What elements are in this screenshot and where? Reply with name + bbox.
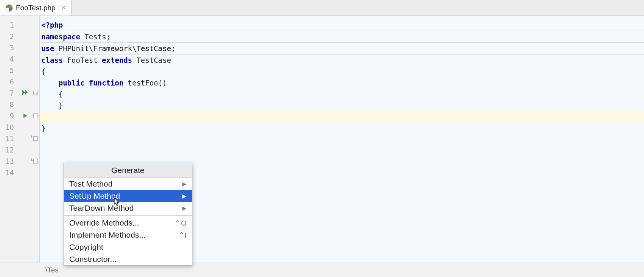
popup-item-copyright[interactable]: Copyright	[64, 241, 192, 253]
code-token: use	[41, 44, 59, 53]
run-gutter	[18, 16, 33, 263]
line-number: 5	[0, 65, 18, 76]
line-number: 11	[0, 133, 18, 144]
popup-item-setup-method[interactable]: SetUp Method ▶	[64, 190, 192, 202]
code-token: public function	[59, 79, 128, 87]
popup-item-shortcut: ⌃O	[175, 219, 187, 227]
popup-item-label: Copyright	[69, 243, 103, 252]
line-number: 4	[0, 53, 18, 65]
fold-end-icon	[33, 159, 38, 163]
popup-item-label: Test Method	[69, 179, 112, 188]
popup-item-label: Implement Methods...	[69, 230, 146, 240]
code-token: {	[41, 90, 63, 98]
fold-gutter	[33, 16, 40, 263]
run-class-icon[interactable]	[22, 89, 29, 97]
popup-item-label: TearDown Method	[69, 204, 134, 213]
code-token: <?php	[41, 21, 63, 29]
line-number: 2	[0, 31, 18, 42]
popup-item-label: Override Methods...	[69, 218, 139, 227]
line-number: 9	[0, 110, 18, 121]
popup-separator	[64, 215, 192, 216]
line-number: 14	[0, 167, 18, 178]
popup-item-label: Constructor...	[69, 255, 117, 264]
submenu-arrow-icon: ▶	[182, 181, 187, 187]
code-token: testFoo()	[128, 79, 167, 87]
code-token: TestCase	[137, 56, 171, 64]
fold-end-icon	[33, 136, 38, 141]
popup-title: Generate	[64, 163, 192, 178]
line-number-gutter: 1 2 3 4 5 6 7 8 9 10 11 12 13 14	[0, 16, 18, 263]
close-icon[interactable]: ✕	[61, 4, 66, 11]
breadcrumb-text: \Tes	[45, 266, 59, 274]
fold-toggle-icon[interactable]	[33, 91, 38, 95]
popup-item-teardown-method[interactable]: TearDown Method ▶	[64, 202, 192, 214]
code-token: }	[41, 124, 45, 132]
line-number: 7	[0, 87, 18, 99]
popup-item-override-methods[interactable]: Override Methods... ⌃O	[64, 217, 192, 229]
line-number: 13	[0, 156, 18, 167]
submenu-arrow-icon: ▶	[182, 193, 187, 199]
code-token: {	[41, 67, 45, 76]
current-line	[40, 111, 644, 123]
line-number: 3	[0, 42, 18, 53]
popup-item-label: SetUp Method	[69, 191, 120, 201]
code-token: class	[41, 56, 67, 64]
fold-toggle-icon[interactable]	[33, 114, 38, 118]
popup-item-test-method[interactable]: Test Method ▶	[64, 178, 192, 190]
tab-filename: FooTest.php	[16, 4, 56, 12]
code-token: FooTest	[67, 56, 102, 64]
editor-tab[interactable]: FooTest.php ✕	[0, 0, 72, 16]
run-test-icon[interactable]	[23, 112, 28, 120]
code-token: namespace	[41, 33, 84, 41]
popup-item-implement-methods[interactable]: Implement Methods... ⌃I	[64, 229, 192, 241]
line-number: 12	[0, 144, 18, 156]
line-number: 8	[0, 99, 18, 110]
line-number: 6	[0, 76, 18, 87]
submenu-arrow-icon: ▶	[182, 205, 187, 211]
popup-item-shortcut: ⌃I	[179, 231, 187, 240]
code-token: }	[41, 101, 63, 110]
generate-popup: Generate Test Method ▶ SetUp Method ▶ Te…	[64, 163, 192, 266]
line-number: 1	[0, 19, 18, 31]
code-token: extends	[102, 56, 137, 64]
code-token: PHPUnit\Framework\TestCase;	[59, 44, 176, 53]
code-token: Tests;	[84, 33, 110, 41]
popup-item-constructor[interactable]: Constructor...	[64, 253, 192, 265]
tab-bar: FooTest.php ✕	[0, 0, 644, 16]
line-number: 10	[0, 121, 18, 133]
php-file-icon	[5, 4, 13, 12]
